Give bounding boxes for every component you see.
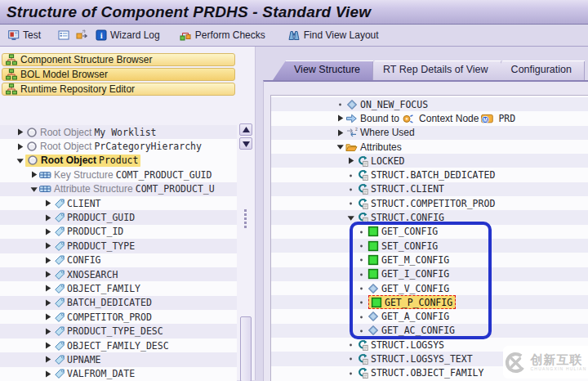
structure-icon: [39, 168, 51, 181]
expander-icon[interactable]: [42, 198, 53, 208]
leaf-bullet-icon: [356, 283, 367, 294]
section-label: Component Structure Browser: [20, 54, 152, 65]
panel-splitter[interactable]: [255, 47, 261, 380]
expander-icon[interactable]: [42, 298, 53, 308]
tree-item-client[interactable]: CLIENT: [0, 196, 237, 210]
tree-item-get-config[interactable]: GET_CONFIG: [271, 225, 588, 239]
tree-item-product-type[interactable]: PRODUCT_TYPE: [0, 239, 237, 253]
expander-icon[interactable]: [15, 141, 25, 152]
tree-item-get-m-config[interactable]: GET_M_CONFIG: [271, 253, 588, 267]
tree-item-struct-config[interactable]: STRUCT.CONFIG: [271, 210, 588, 224]
expander-icon[interactable]: [42, 226, 53, 237]
tree-item-product-id[interactable]: PRODUCT_ID: [0, 225, 237, 239]
expander-icon[interactable]: [335, 113, 345, 123]
expander-icon[interactable]: [335, 128, 345, 138]
leaf-bullet-icon: [356, 240, 367, 251]
tree-item-attributes[interactable]: Attributes: [271, 140, 588, 154]
list-display-button[interactable]: [55, 28, 72, 43]
selected-method-highlight: GET_P_CONFIG: [368, 295, 456, 309]
expander-icon[interactable]: [42, 326, 53, 337]
tree-item-object-family-desc[interactable]: OBJECT_FAMILY_DESC: [0, 338, 237, 352]
test-button[interactable]: Test: [5, 28, 43, 43]
expander-icon[interactable]: [42, 255, 53, 266]
org-chart-icon: [5, 83, 17, 96]
collapse-icon[interactable]: [15, 155, 25, 166]
transfer-button[interactable]: [74, 28, 91, 43]
wizard-log-button[interactable]: iWizard Log: [92, 28, 163, 43]
tree-item-product[interactable]: Root ObjectProduct: [0, 154, 237, 168]
tree-item-get-a-config[interactable]: GET_A_CONFIG: [271, 309, 588, 323]
find-view-layout-button[interactable]: Find View Layout: [286, 28, 381, 43]
detail-panel: View StructureRT Rep Details of ViewConf…: [261, 47, 588, 380]
expander-icon[interactable]: [42, 354, 53, 365]
tree-item-get-p-config[interactable]: GET_P_CONFIG: [271, 295, 588, 309]
tree-item-batch-dedicated[interactable]: BATCH_DEDICATED: [0, 296, 237, 310]
method-implemented-icon: [367, 226, 379, 238]
expander-icon[interactable]: [42, 283, 53, 294]
leaf-bullet-icon: [345, 339, 356, 350]
tab-view-structure[interactable]: View Structure: [273, 61, 373, 80]
expander-icon[interactable]: [42, 240, 53, 251]
tab-rt-rep-details-of-view[interactable]: RT Rep Details of View: [362, 61, 501, 80]
scroll-down-button[interactable]: [239, 137, 252, 150]
section-component-structure-browser[interactable]: Component Structure Browser: [2, 53, 235, 66]
collapse-icon[interactable]: [29, 184, 39, 195]
where-used-icon: 2: [345, 127, 358, 139]
org-chart-icon: [5, 54, 17, 66]
scroll-up-button[interactable]: [239, 123, 252, 136]
tree-item-product-type-desc[interactable]: PRODUCT_TYPE_DESC: [0, 324, 237, 338]
tab-label: RT Rep Details of View: [383, 64, 488, 75]
checks-icon: [180, 29, 192, 42]
tree-item-struct-client[interactable]: STRUCT.CLIENT: [271, 182, 588, 196]
tree-item-where-used[interactable]: 2Where Used: [271, 126, 588, 140]
tree-item-struct-batch-dedicated[interactable]: STRUCT.BATCH_DEDICATED: [271, 168, 588, 182]
section-runtime-repository-editor[interactable]: Runtime Repository Editor: [2, 83, 235, 96]
info-icon: i: [95, 29, 107, 42]
tree-item-on-new-focus[interactable]: ON_NEW_FOCUS: [271, 97, 588, 111]
expander-icon[interactable]: [29, 169, 39, 180]
tree-item-bound-to-context-node-prd[interactable]: Bound toContext NodeMPRD: [271, 111, 588, 125]
expander-icon[interactable]: [42, 213, 53, 223]
binding-gear-icon: [402, 112, 414, 124]
tree-item-locked[interactable]: LOCKED: [271, 154, 588, 168]
tree-item-comt-product-u[interactable]: Attribute StructureCOMT_PRODUCT_U: [0, 182, 237, 196]
tree-item-competitor-prod[interactable]: COMPETITOR_PROD: [0, 310, 237, 324]
splitter-grip[interactable]: [244, 209, 247, 230]
expander-icon[interactable]: [42, 369, 53, 379]
perform-checks-button[interactable]: Perform Checks: [177, 28, 268, 43]
tree-item-comt-product-guid[interactable]: Key StructureCOMT_PRODUCT_GUID: [0, 168, 237, 182]
view-structure-tree: ON_NEW_FOCUSBound toContext NodeMPRD2Whe…: [271, 97, 588, 380]
tree-item-object-family[interactable]: OBJECT_FAMILY: [0, 281, 237, 295]
tree-item-upname[interactable]: UPNAME: [0, 352, 237, 366]
expander-icon[interactable]: [345, 155, 356, 166]
tree-item-get-i-config[interactable]: GET_I_CONFIG: [271, 267, 588, 281]
scrollbar-thumb[interactable]: [240, 316, 252, 381]
tag-icon: [53, 197, 65, 209]
watermark-subtext: CHUANGXIN HULIAN: [531, 367, 587, 371]
model-browser-tree: Root ObjectMy WorklistRoot ObjectPrCateg…: [0, 125, 237, 381]
collapse-icon[interactable]: [345, 213, 356, 223]
tab-configuration[interactable]: Configuration: [490, 61, 585, 80]
tree-item-get-v-config[interactable]: GET_V_CONFIG: [271, 281, 588, 295]
expander-icon[interactable]: [42, 340, 53, 351]
collapse-icon[interactable]: [335, 141, 345, 152]
expander-icon[interactable]: [42, 312, 53, 322]
tree-item-valfrom-date[interactable]: VALFROM_DATE: [0, 367, 237, 381]
attr-access-icon: [356, 169, 368, 182]
app-toolbar: TestiWizard LogPerform ChecksFind View L…: [0, 25, 588, 47]
tree-item-prcategoryhierarchy[interactable]: Root ObjectPrCategoryHierarchy: [0, 139, 237, 153]
expander-icon[interactable]: [15, 127, 25, 137]
tag-icon: [53, 339, 65, 352]
tree-item-my-worklist[interactable]: Root ObjectMy Worklist: [0, 125, 237, 139]
tree-item-config[interactable]: CONFIG: [0, 253, 237, 267]
expander-icon[interactable]: [42, 269, 53, 280]
tree-item-xnosearch[interactable]: XNOSEARCH: [0, 267, 237, 281]
tag-icon: [53, 212, 65, 224]
tag-icon: [53, 353, 65, 365]
tree-item-get-ac-config[interactable]: GET_AC_CONFIG: [271, 324, 588, 338]
tree-item-struct-competitor-prod[interactable]: STRUCT.COMPETITOR_PROD: [271, 196, 588, 210]
section-bol-model-browser[interactable]: BOL Model Browser: [2, 68, 235, 81]
svg-text:2: 2: [355, 127, 358, 132]
tree-item-product-guid[interactable]: PRODUCT_GUID: [0, 210, 237, 224]
tree-item-set-config[interactable]: SET_CONFIG: [271, 239, 588, 253]
